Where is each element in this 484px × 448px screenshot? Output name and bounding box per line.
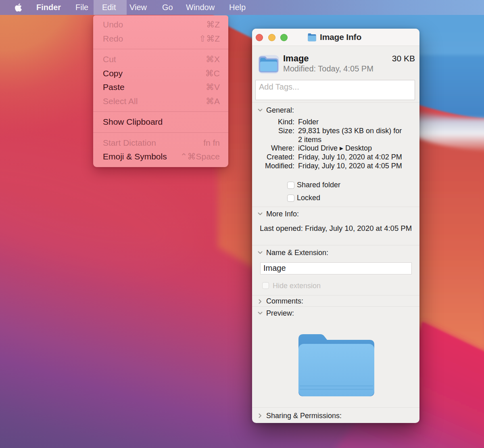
- get-info-window: Image Info Image Modified: Today, 4:05 P…: [252, 29, 419, 423]
- menu-item-emoji-symbols[interactable]: Emoji & Symbols ⌃⌘Space: [93, 150, 228, 164]
- chevron-right-icon[interactable]: [259, 413, 262, 418]
- menu-item-label: Start Dictation: [103, 138, 203, 148]
- info-row-size: Size: 29,831 bytes (33 KB on disk) for 2…: [252, 127, 417, 144]
- menu-item-label: Select All: [103, 96, 206, 106]
- menu-separator: [93, 49, 228, 49]
- hide-extension-checkbox[interactable]: [262, 282, 269, 289]
- divider: [252, 295, 419, 295]
- menu-item-label: Emoji & Symbols: [103, 152, 180, 161]
- section-label: Comments:: [266, 297, 303, 306]
- section-comments[interactable]: Comments:: [252, 296, 419, 307]
- window-titlebar[interactable]: Image Info: [252, 29, 419, 46]
- info-row-where: Where: iCloud Drive ▸ Desktop: [252, 144, 417, 153]
- row-label: Where:: [252, 144, 294, 153]
- section-label: Name & Extension:: [266, 249, 328, 257]
- close-button[interactable]: [256, 34, 263, 41]
- menubar-item-edit[interactable]: Edit: [102, 0, 116, 15]
- menu-item-start-dictation: Start Dictation fn fn: [93, 136, 228, 150]
- row-value: 29,831 bytes (33 KB on disk) for 2 items: [298, 127, 405, 144]
- info-row-kind: Kind: Folder: [252, 118, 417, 127]
- section-label: Preview:: [266, 309, 294, 318]
- name-input[interactable]: [260, 262, 412, 274]
- row-value: Friday, July 10, 2020 at 4:02 PM: [298, 153, 402, 162]
- folder-preview-icon: [298, 333, 375, 398]
- menu-separator: [93, 132, 228, 133]
- menubar-item-window[interactable]: Window: [186, 0, 215, 15]
- file-size: 30 KB: [392, 53, 415, 63]
- locked-checkbox[interactable]: [287, 195, 294, 202]
- window-title: Image Info: [320, 32, 361, 42]
- chevron-down-icon[interactable]: [258, 109, 263, 112]
- section-sharing-permissions[interactable]: Sharing & Permissions:: [252, 410, 419, 421]
- section-label: General:: [266, 106, 294, 115]
- hide-extension-label: Hide extension: [273, 282, 321, 290]
- menu-item-copy[interactable]: Copy ⌘C: [93, 67, 228, 81]
- row-value: Friday, July 10, 2020 at 4:05 PM: [298, 162, 402, 171]
- chevron-down-icon[interactable]: [258, 251, 263, 254]
- edit-menu: Undo ⌘Z Redo ⇧⌘Z Cut ⌘X Copy ⌘C Paste ⌘V…: [93, 15, 228, 167]
- row-value: Folder: [298, 118, 319, 127]
- tags-input[interactable]: Add Tags...: [255, 80, 415, 100]
- menu-item-show-clipboard[interactable]: Show Clipboard: [93, 115, 228, 129]
- divider: [252, 245, 419, 245]
- menu-item-label: Copy: [103, 69, 205, 78]
- menu-item-shortcut: fn fn: [203, 138, 220, 148]
- last-opened: Last opened: Friday, July 10, 2020 at 4:…: [260, 224, 412, 233]
- menu-item-cut: Cut ⌘X: [93, 52, 228, 67]
- divider: [252, 207, 419, 207]
- section-name-extension[interactable]: Name & Extension:: [252, 247, 419, 258]
- divider: [252, 407, 419, 408]
- menu-item-shortcut: ⌃⌘Space: [180, 152, 220, 161]
- menubar-item-finder[interactable]: Finder: [36, 0, 61, 15]
- info-row-modified: Modified: Friday, July 10, 2020 at 4:05 …: [252, 162, 417, 171]
- menu-item-shortcut: ⌘C: [205, 69, 220, 78]
- menu-item-shortcut: ⌘X: [206, 54, 220, 64]
- menu-item-label: Undo: [103, 20, 206, 29]
- menubar-item-view[interactable]: View: [129, 0, 147, 15]
- menu-item-undo: Undo ⌘Z: [93, 18, 228, 32]
- menu-item-shortcut: ⌘A: [206, 96, 220, 106]
- desktop: Finder File Edit View Go Window Help Und…: [0, 0, 484, 448]
- row-label: Created:: [252, 153, 294, 162]
- chevron-right-icon[interactable]: [259, 299, 262, 304]
- minimize-button[interactable]: [268, 34, 275, 41]
- section-general[interactable]: General:: [252, 105, 419, 116]
- tags-placeholder: Add Tags...: [259, 82, 299, 92]
- chevron-down-icon[interactable]: [258, 312, 263, 315]
- zoom-button[interactable]: [280, 34, 288, 41]
- row-label: Kind:: [252, 118, 294, 127]
- section-preview[interactable]: Preview:: [252, 308, 419, 319]
- row-label: Size:: [252, 127, 294, 144]
- apple-icon[interactable]: [15, 3, 22, 12]
- menu-item-shortcut: ⇧⌘Z: [199, 34, 220, 44]
- shared-folder-checkbox[interactable]: [287, 182, 294, 189]
- chevron-down-icon[interactable]: [258, 212, 263, 216]
- divider: [252, 102, 419, 103]
- menu-bar: Finder File Edit View Go Window Help: [0, 0, 484, 15]
- menu-separator: [93, 111, 228, 112]
- section-label: Sharing & Permissions:: [266, 412, 342, 420]
- menu-item-label: Paste: [103, 82, 206, 92]
- file-name: Image: [283, 53, 373, 63]
- menubar-item-help[interactable]: Help: [229, 0, 246, 15]
- menubar-item-file[interactable]: File: [75, 0, 88, 15]
- menubar-item-go[interactable]: Go: [162, 0, 173, 15]
- shared-folder-label: Shared folder: [297, 181, 340, 189]
- menu-item-label: Redo: [103, 34, 199, 44]
- row-label: Modified:: [252, 162, 294, 171]
- menu-item-label: Show Clipboard: [103, 117, 220, 127]
- folder-icon-large: [258, 53, 280, 74]
- locked-label: Locked: [297, 194, 320, 202]
- folder-icon: [307, 33, 317, 42]
- info-row-created: Created: Friday, July 10, 2020 at 4:02 P…: [252, 153, 417, 162]
- divider: [252, 306, 419, 307]
- menu-item-label: Cut: [103, 54, 206, 64]
- menu-item-shortcut: ⌘V: [206, 82, 220, 92]
- section-label: More Info:: [266, 210, 299, 218]
- menu-item-redo: Redo ⇧⌘Z: [93, 32, 228, 46]
- section-more-info[interactable]: More Info:: [252, 208, 419, 220]
- menu-item-shortcut: ⌘Z: [206, 20, 220, 29]
- menu-item-paste[interactable]: Paste ⌘V: [93, 80, 228, 94]
- file-modified: Modified: Today, 4:05 PM: [283, 63, 373, 74]
- general-rows: Kind: Folder Size: 29,831 bytes (33 KB o…: [252, 118, 417, 171]
